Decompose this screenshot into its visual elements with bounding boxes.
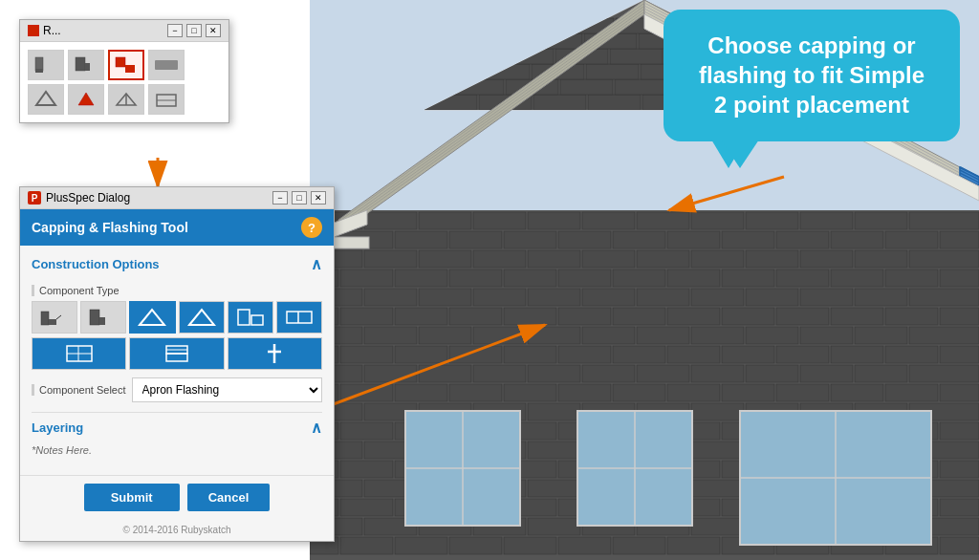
svg-rect-83 <box>637 327 689 344</box>
comp-btn-4[interactable] <box>179 301 225 334</box>
svg-rect-65 <box>340 308 393 325</box>
svg-rect-96 <box>667 346 720 363</box>
svg-rect-41 <box>395 269 447 287</box>
tool-icon-7[interactable] <box>108 84 144 115</box>
component-select-dropdown[interactable]: Apron Flashing <box>132 377 323 402</box>
layering-chevron[interactable]: ∧ <box>311 419 322 437</box>
svg-rect-125 <box>885 384 938 401</box>
comp-btn-8[interactable] <box>129 337 224 370</box>
dialog-close-button[interactable]: ✕ <box>311 191 326 205</box>
svg-rect-28 <box>364 250 417 268</box>
comp-btn-2[interactable] <box>80 301 126 334</box>
svg-rect-240 <box>560 79 613 95</box>
dialog-title: PlusSpec Dialog <box>46 191 130 205</box>
comp-btn-6[interactable] <box>276 301 322 334</box>
svg-rect-48 <box>776 269 829 287</box>
svg-rect-44 <box>558 269 611 287</box>
svg-rect-201 <box>940 499 979 516</box>
svg-rect-181 <box>528 480 580 497</box>
svg-rect-299 <box>76 57 85 71</box>
svg-rect-50 <box>885 269 938 287</box>
comp-btn-7[interactable] <box>32 337 126 370</box>
toolbar-maximize-button[interactable]: □ <box>186 24 202 37</box>
svg-rect-190 <box>340 499 393 516</box>
tool-icon-6[interactable] <box>68 84 104 115</box>
dialog-minimize-button[interactable]: − <box>272 191 288 205</box>
comp-btn-9[interactable] <box>228 337 322 370</box>
svg-rect-215 <box>340 537 393 554</box>
dialog-header-title: Capping & Flashing Tool <box>32 220 188 235</box>
svg-rect-107 <box>582 365 635 382</box>
svg-rect-124 <box>831 384 883 401</box>
toolbar-titlebar-buttons: − □ ✕ <box>167 24 221 37</box>
svg-rect-10 <box>746 212 798 229</box>
svg-rect-79 <box>419 327 471 344</box>
tool-icon-5[interactable] <box>28 84 64 115</box>
svg-rect-56 <box>528 289 580 306</box>
help-button[interactable]: ? <box>301 217 322 238</box>
comp-btn-3[interactable] <box>129 301 175 334</box>
svg-rect-106 <box>528 365 580 382</box>
cancel-button[interactable]: Cancel <box>187 484 271 511</box>
svg-rect-46 <box>667 269 720 287</box>
svg-rect-43 <box>504 269 556 287</box>
svg-marker-318 <box>189 310 214 325</box>
tool-icon-8[interactable] <box>148 84 185 115</box>
svg-rect-53 <box>364 289 417 306</box>
svg-rect-303 <box>155 60 178 70</box>
svg-rect-16 <box>395 231 447 248</box>
svg-rect-94 <box>558 346 611 363</box>
toolbar-close-button[interactable]: ✕ <box>206 24 221 37</box>
svg-rect-121 <box>667 384 720 401</box>
svg-rect-69 <box>558 308 611 325</box>
svg-rect-313 <box>49 319 56 325</box>
dialog-header: Capping & Flashing Tool ? <box>20 209 334 246</box>
svg-rect-81 <box>528 327 580 344</box>
tool-icon-4[interactable] <box>148 50 185 80</box>
svg-rect-241 <box>615 79 667 95</box>
svg-rect-123 <box>776 384 829 401</box>
svg-rect-62 <box>855 289 907 306</box>
construction-options-chevron[interactable]: ∧ <box>311 255 322 273</box>
svg-line-314 <box>56 315 61 319</box>
svg-rect-54 <box>419 289 471 306</box>
svg-rect-109 <box>691 365 744 382</box>
svg-rect-218 <box>504 537 556 554</box>
svg-rect-110 <box>746 365 798 382</box>
submit-button[interactable]: Submit <box>84 484 180 511</box>
component-select-label: Component Select <box>32 384 126 396</box>
svg-rect-70 <box>613 308 665 325</box>
speech-bubble-text: Choose capping or flashing to fit Simple… <box>699 32 925 118</box>
svg-rect-11 <box>800 212 853 229</box>
svg-rect-316 <box>99 317 105 325</box>
dialog-maximize-button[interactable]: □ <box>292 191 307 205</box>
tool-icon-2[interactable] <box>68 50 104 80</box>
comp-btn-5[interactable] <box>228 301 273 334</box>
svg-rect-88 <box>909 327 979 344</box>
layering-header: Layering ∧ <box>32 419 322 441</box>
svg-rect-17 <box>449 231 502 248</box>
svg-rect-281 <box>329 237 369 248</box>
svg-rect-233 <box>588 95 641 110</box>
svg-rect-119 <box>558 384 611 401</box>
svg-rect-57 <box>582 289 635 306</box>
svg-rect-24 <box>831 231 883 248</box>
copyright-text: © 2014-2016 Rubyskatch <box>20 521 334 541</box>
svg-rect-37 <box>855 250 907 268</box>
toolbar-title-icon <box>28 25 39 36</box>
svg-rect-82 <box>582 327 635 344</box>
svg-marker-305 <box>78 93 94 105</box>
svg-rect-247 <box>586 64 639 79</box>
tool-icon-3[interactable] <box>108 50 144 80</box>
svg-rect-117 <box>449 384 502 401</box>
svg-rect-176 <box>940 461 979 478</box>
svg-rect-219 <box>558 537 611 554</box>
comp-btn-1[interactable] <box>32 301 77 334</box>
toolbar-minimize-button[interactable]: − <box>167 24 183 37</box>
tool-icon-1[interactable] <box>28 50 64 80</box>
svg-rect-221 <box>667 537 720 554</box>
svg-rect-93 <box>504 346 556 363</box>
svg-rect-108 <box>637 365 689 382</box>
svg-rect-55 <box>473 289 526 306</box>
svg-rect-22 <box>722 231 774 248</box>
